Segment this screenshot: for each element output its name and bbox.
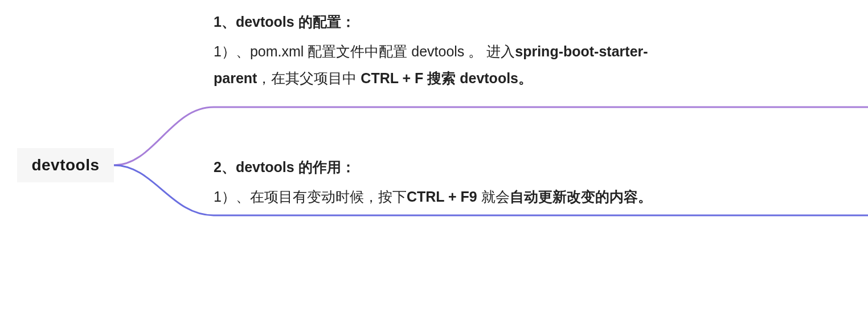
text-part: ，在其父项目中 bbox=[257, 70, 361, 86]
text-part: 1）、pom.xml 配置文件中配置 devtools 。 进入 bbox=[214, 43, 515, 59]
text-bold: 自动更新改变的内容。 bbox=[510, 189, 652, 205]
root-node-label: devtools bbox=[31, 156, 99, 174]
text-part: 1）、在项目有变动时候，按下 bbox=[214, 189, 407, 205]
root-node-devtools[interactable]: devtools bbox=[17, 148, 114, 182]
branch-node-config-body: 1）、pom.xml 配置文件中配置 devtools 。 进入spring-b… bbox=[214, 38, 652, 92]
branch-node-config[interactable]: 1、devtools 的配置： 1）、pom.xml 配置文件中配置 devto… bbox=[214, 9, 652, 92]
branch-node-config-heading: 1、devtools 的配置： bbox=[214, 9, 652, 36]
text-part: 就会 bbox=[481, 189, 510, 205]
mindmap-canvas: devtools 1、devtools 的配置： 1）、pom.xml 配置文件… bbox=[0, 0, 868, 331]
branch-node-usage-body: 1）、在项目有变动时候，按下CTRL + F9 就会自动更新改变的内容。 bbox=[214, 183, 851, 211]
branch-node-usage-heading: 2、devtools 的作用： bbox=[214, 154, 851, 181]
text-bold: CTRL + F9 bbox=[407, 189, 481, 205]
branch-node-usage[interactable]: 2、devtools 的作用： 1）、在项目有变动时候，按下CTRL + F9 … bbox=[214, 154, 851, 210]
text-bold: CTRL + F 搜索 devtools。 bbox=[361, 70, 533, 86]
